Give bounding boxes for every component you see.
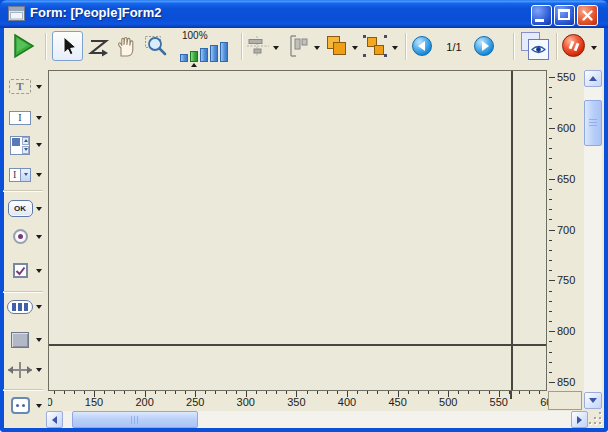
- ruler-tick: [549, 118, 552, 119]
- close-button[interactable]: [577, 5, 598, 26]
- ruler-tick: [458, 391, 459, 394]
- zoom-level-widget[interactable]: [180, 42, 230, 62]
- ruler-tick: [549, 199, 552, 200]
- maximize-button[interactable]: [554, 5, 575, 26]
- input-dropdown-arrow-icon[interactable]: [36, 116, 42, 120]
- ruler-label: 350: [287, 396, 305, 408]
- static-text-dropdown-arrow-icon[interactable]: [36, 85, 42, 89]
- resize-grip[interactable]: [590, 411, 604, 428]
- ruler-tick: [549, 230, 555, 231]
- distribute-dropdown-arrow-icon[interactable]: [314, 46, 320, 50]
- scroll-up-button[interactable]: [584, 70, 602, 87]
- rectangle-tool[interactable]: [5, 331, 42, 348]
- horizontal-scrollbar-thumb[interactable]: [72, 411, 198, 428]
- cursor-arrow-icon: [58, 35, 78, 57]
- blue-left-arrow-icon: [418, 41, 425, 51]
- ruler-tick: [549, 382, 555, 383]
- ruler-tick: [317, 391, 318, 394]
- checkbox-dropdown-arrow-icon[interactable]: [36, 269, 42, 273]
- ruler-tick: [377, 391, 378, 394]
- vertical-scrollbar-thumb[interactable]: [584, 100, 602, 146]
- minimize-button[interactable]: [531, 5, 552, 26]
- ruler-tick: [549, 128, 555, 129]
- combo-box-tool[interactable]: I: [5, 167, 42, 182]
- align-menu[interactable]: [247, 36, 269, 60]
- toolbar-separator: [241, 33, 243, 60]
- ruler-tick: [549, 280, 555, 281]
- ruler-tick: [549, 311, 552, 312]
- zoom-bar-icon[interactable]: [200, 48, 208, 62]
- button-dropdown-arrow-icon[interactable]: [36, 207, 42, 211]
- form-window-icon: [8, 6, 25, 21]
- radio-button-tool[interactable]: [5, 228, 42, 245]
- select-tool[interactable]: [52, 31, 83, 61]
- ruler-tick: [215, 391, 216, 394]
- move-tool[interactable]: [114, 35, 140, 62]
- horizontal-ruler: 100150200250300350400450500550600: [48, 391, 548, 410]
- static-text-tool[interactable]: T: [5, 78, 42, 95]
- combo-box-icon: I: [9, 168, 31, 182]
- preview-button[interactable]: [520, 31, 550, 61]
- splitter-dropdown-arrow-icon[interactable]: [36, 368, 42, 372]
- input-field-icon: I: [9, 111, 31, 125]
- radio-dropdown-arrow-icon[interactable]: [36, 235, 42, 239]
- list-box-tool[interactable]: [5, 134, 42, 156]
- previous-page-button[interactable]: [412, 36, 432, 56]
- form-bottom-boundary[interactable]: [49, 344, 546, 346]
- ruler-tick: [155, 391, 156, 394]
- form-right-boundary[interactable]: [511, 71, 513, 390]
- red-sphere-icon: [574, 43, 580, 52]
- zoom-bar-icon[interactable]: [210, 45, 218, 62]
- form-canvas[interactable]: [48, 70, 547, 391]
- magnifier-icon: [144, 33, 172, 60]
- splitter-tool[interactable]: [5, 359, 42, 380]
- sidebar-separator: [3, 291, 43, 293]
- rectangle-dropdown-arrow-icon[interactable]: [36, 338, 42, 342]
- blue-right-arrow-icon: [482, 41, 489, 51]
- ruler-tick: [307, 391, 308, 394]
- zoom-bar-icon[interactable]: [220, 42, 228, 62]
- ruler-tick: [236, 391, 237, 394]
- button-grid-dropdown-arrow-icon[interactable]: [36, 305, 42, 309]
- scroll-left-arrow-icon: [52, 416, 57, 424]
- list-box-dropdown-arrow-icon[interactable]: [36, 143, 42, 147]
- hand-icon: [114, 35, 140, 58]
- scroll-right-button[interactable]: [571, 411, 588, 428]
- next-page-button[interactable]: [474, 36, 494, 56]
- distribute-icon: [288, 34, 310, 58]
- zoom-bar-icon[interactable]: [180, 54, 188, 62]
- ruler-label: 450: [388, 396, 406, 408]
- ruler-tick: [549, 169, 552, 170]
- run-button[interactable]: [12, 33, 36, 63]
- ruler-tick: [54, 391, 55, 394]
- ruler-tick: [549, 158, 552, 159]
- ruler-tick: [549, 321, 552, 322]
- scroll-left-button[interactable]: [46, 411, 63, 428]
- plugin-area-tool[interactable]: [5, 396, 42, 415]
- push-button-tool[interactable]: OK: [5, 199, 42, 218]
- combo-box-dropdown-arrow-icon[interactable]: [36, 173, 42, 177]
- ruler-tick: [489, 391, 490, 394]
- zoom-tool[interactable]: [144, 33, 172, 64]
- entry-order-tool[interactable]: [88, 37, 110, 61]
- plugin-dropdown-arrow-icon[interactable]: [36, 404, 42, 408]
- button-grid-icon: [7, 300, 33, 314]
- layer-menu[interactable]: [324, 34, 348, 63]
- checkbox-tool[interactable]: [5, 262, 42, 279]
- distribute-menu[interactable]: [288, 34, 310, 62]
- align-dropdown-arrow-icon[interactable]: [273, 46, 279, 50]
- ruler-label: 400: [338, 396, 356, 408]
- ruler-label: 150: [85, 396, 103, 408]
- layer-dropdown-arrow-icon[interactable]: [352, 46, 358, 50]
- color-dropdown-arrow-icon[interactable]: [591, 46, 597, 50]
- color-menu[interactable]: [562, 34, 585, 57]
- text-input-tool[interactable]: I: [5, 110, 42, 125]
- titlebar[interactable]: Form: [People]Form2: [0, 0, 608, 28]
- horizontal-scrollbar[interactable]: [46, 411, 588, 428]
- group-dropdown-arrow-icon[interactable]: [392, 46, 398, 50]
- vertical-scrollbar[interactable]: [584, 70, 602, 409]
- button-grid-tool[interactable]: [5, 299, 42, 315]
- group-menu[interactable]: [363, 35, 387, 62]
- zoom-bar-selected-icon[interactable]: [190, 51, 198, 62]
- scroll-down-button[interactable]: [584, 392, 602, 409]
